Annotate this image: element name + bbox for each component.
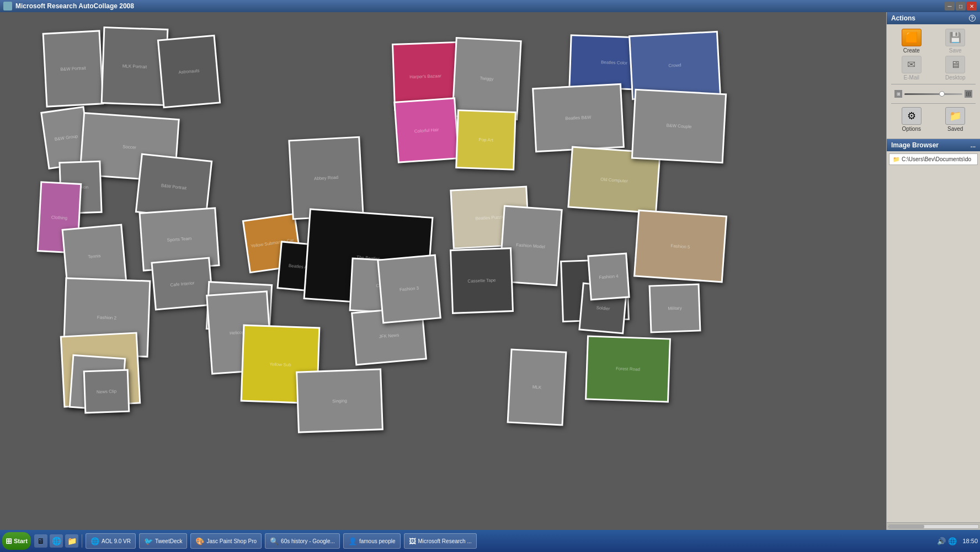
speaker-icon[interactable]: 🔊 xyxy=(937,537,946,545)
scrollbar-track[interactable] xyxy=(888,524,979,529)
photo-item[interactable]: News Clip xyxy=(83,369,130,414)
desktop-button: 🖥 Desktop xyxy=(939,56,972,81)
size-small-icon: ⊞ xyxy=(894,90,902,98)
create-save-row: 🟧 Create 💾 Save xyxy=(891,29,976,54)
app-label: TweetDeck xyxy=(155,538,182,544)
photo-item[interactable]: Fashion 3 xyxy=(377,254,441,324)
create-label: Create xyxy=(903,47,920,54)
options-button[interactable]: ⚙ Options xyxy=(895,107,928,132)
start-label: Start xyxy=(14,538,28,544)
help-icon[interactable]: ? xyxy=(969,15,976,22)
size-slider[interactable] xyxy=(904,93,962,95)
photo-item[interactable]: Fashion 4 xyxy=(587,253,630,301)
app-label: Microsoft Research ... xyxy=(418,538,472,544)
taskbar: ⊞ Start 🖥 🌐 📁 🌐AOL 9.0 VR🐦TweetDeck🎨Jasc… xyxy=(0,530,980,552)
taskbar-apps: 🌐AOL 9.0 VR🐦TweetDeck🎨Jasc Paint Shop Pr… xyxy=(84,533,478,549)
photo-item[interactable]: Singing xyxy=(296,368,384,433)
taskbar-app-4[interactable]: 👤famous people xyxy=(343,533,401,549)
saved-label: Saved xyxy=(947,126,963,132)
desktop-icon: 🖥 xyxy=(945,56,965,73)
taskbar-show-desktop[interactable]: 🖥 xyxy=(34,534,47,548)
app-icon: 🐦 xyxy=(144,537,153,545)
saved-icon: 📁 xyxy=(945,107,965,125)
divider1 xyxy=(891,84,976,84)
windows-icon: ⊞ xyxy=(6,537,12,545)
photo-item[interactable]: Forest Road xyxy=(585,335,671,402)
image-browser-section: Image Browser ... 📁 C:\Users\Bev\Documen… xyxy=(887,139,980,522)
options-icon: ⚙ xyxy=(902,107,922,125)
saved-button[interactable]: 📁 Saved xyxy=(939,107,972,132)
photo-item[interactable]: Cassette Tape xyxy=(450,247,514,314)
save-label: Save xyxy=(949,47,962,54)
email-button: ✉ E-Mail xyxy=(895,56,928,81)
create-icon: 🟧 xyxy=(902,29,922,46)
photo-item[interactable]: B&W Couple xyxy=(631,89,727,164)
app-label: famous people xyxy=(359,538,396,544)
panel-scrollbar xyxy=(887,522,980,530)
taskbar-right: 🔊 🌐 18:50 xyxy=(937,537,978,545)
size-large-icon: ⊞ xyxy=(965,90,972,98)
folder-icon: 📁 xyxy=(893,156,899,162)
email-icon: ✉ xyxy=(902,56,922,73)
photo-item[interactable]: Beatles B&W xyxy=(532,83,625,152)
photo-item[interactable]: Military xyxy=(649,283,701,333)
image-browser-more[interactable]: ... xyxy=(971,142,976,148)
app-icon: 👤 xyxy=(348,537,357,545)
options-label: Options xyxy=(902,126,921,132)
taskbar-app-0[interactable]: 🌐AOL 9.0 VR xyxy=(86,533,136,549)
email-desktop-row: ✉ E-Mail 🖥 Desktop xyxy=(891,56,976,81)
taskbar-divider xyxy=(82,534,82,548)
taskbar-app-2[interactable]: 🎨Jasc Paint Shop Pro xyxy=(190,533,262,549)
start-button[interactable]: ⊞ Start xyxy=(2,532,31,550)
photo-item[interactable]: Pop Art xyxy=(455,109,516,171)
taskbar-ie[interactable]: 🌐 xyxy=(50,534,63,548)
app-label: AOL 9.0 VR xyxy=(102,538,131,544)
actions-title: Actions xyxy=(891,14,915,22)
create-button[interactable]: 🟧 Create xyxy=(895,29,928,54)
app-icon: 🖼 xyxy=(409,537,416,545)
scrollbar-thumb xyxy=(888,525,924,528)
photo-item[interactable]: Astronauts xyxy=(157,35,221,109)
app-label: 60s history - Google... xyxy=(281,538,335,544)
app-label: Jasc Paint Shop Pro xyxy=(206,538,257,544)
app-icon xyxy=(3,2,12,10)
photo-item[interactable]: Fashion 5 xyxy=(633,209,727,283)
path-text: C:\Users\Bev\Documents\do xyxy=(902,156,971,162)
titlebar-controls: ─ □ ✕ xyxy=(945,2,977,10)
collage-area: B&W PortraitMLK PortraitAstronautsB&W Gr… xyxy=(0,12,886,530)
close-button[interactable]: ✕ xyxy=(967,2,977,10)
size-slider-thumb xyxy=(939,91,945,97)
photo-item[interactable]: MLK Portrait xyxy=(101,26,169,106)
photo-item[interactable]: Abbey Road xyxy=(288,136,364,220)
image-browser-path[interactable]: 📁 C:\Users\Bev\Documents\do xyxy=(889,153,978,165)
actions-header: Actions ? xyxy=(887,12,980,24)
photo-item[interactable]: Colorful Hair xyxy=(393,97,460,163)
options-saved-row: ⚙ Options 📁 Saved xyxy=(891,107,976,134)
taskbar-app-3[interactable]: 🔍60s history - Google... xyxy=(265,533,340,549)
divider2 xyxy=(891,103,976,104)
photo-item[interactable]: B&W Portrait xyxy=(42,30,104,107)
minimize-button[interactable]: ─ xyxy=(945,2,955,10)
photo-item[interactable]: MLK xyxy=(507,348,567,426)
email-label: E-Mail xyxy=(904,75,919,81)
taskbar-app-5[interactable]: 🖼Microsoft Research ... xyxy=(404,533,477,549)
image-browser-title: Image Browser xyxy=(891,141,939,149)
save-icon: 💾 xyxy=(945,29,965,46)
titlebar: Microsoft Research AutoCollage 2008 ─ □ … xyxy=(0,0,980,12)
taskbar-app-1[interactable]: 🐦TweetDeck xyxy=(139,533,187,549)
size-row: ⊞ ⊞ xyxy=(891,88,976,100)
right-panel: Actions ? 🟧 Create 💾 Save ✉ E-Mail 🖥 Des… xyxy=(886,12,980,530)
clock: 18:50 xyxy=(962,538,978,544)
photo-item[interactable]: Twiggy xyxy=(451,37,521,120)
app-icon: 🌐 xyxy=(90,537,99,545)
taskbar-folder[interactable]: 📁 xyxy=(65,534,78,548)
photo-item[interactable]: Cafe Interior xyxy=(151,257,214,311)
desktop-label: Desktop xyxy=(945,75,966,81)
app-icon: 🎨 xyxy=(195,537,204,545)
image-browser-header: Image Browser ... xyxy=(887,139,980,151)
save-button: 💾 Save xyxy=(939,29,972,54)
actions-content: 🟧 Create 💾 Save ✉ E-Mail 🖥 Desktop ⊞ xyxy=(887,24,980,139)
maximize-button[interactable]: □ xyxy=(956,2,966,10)
titlebar-title: Microsoft Research AutoCollage 2008 xyxy=(15,2,945,10)
network-icon[interactable]: 🌐 xyxy=(948,537,957,545)
